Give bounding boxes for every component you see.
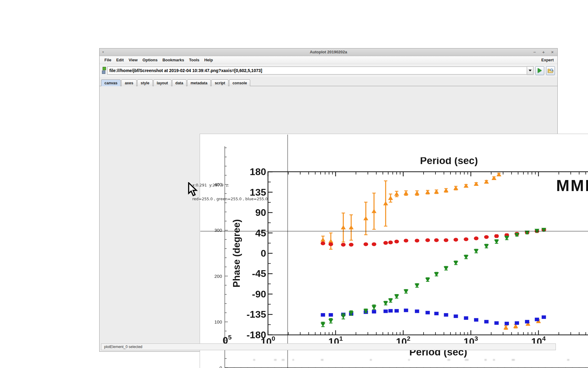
- tooltip-line1: x:0.291 y:297.9 z:: [192, 183, 268, 187]
- tab-metadata[interactable]: metadata: [187, 79, 211, 86]
- svg-text:-135: -135: [247, 309, 266, 320]
- menu-item-options[interactable]: Options: [140, 57, 160, 63]
- tooltip-line2: red=255.0 , green=255.0 , blue=255.0: [192, 197, 268, 201]
- tab-console[interactable]: console: [229, 79, 250, 86]
- tab-axes[interactable]: axes: [121, 79, 137, 86]
- tab-canvas[interactable]: canvas: [101, 79, 121, 86]
- autoplot-window: ▾ Autoplot 20190202a − + × FileEditViewO…: [99, 48, 558, 352]
- svg-text:200: 200: [214, 274, 222, 279]
- play-icon: [538, 68, 542, 73]
- desktop: ▾ Autoplot 20190202a − + × FileEditViewO…: [0, 0, 588, 368]
- menu-item-bookmarks[interactable]: Bookmarks: [160, 57, 187, 63]
- folder-search-icon: [548, 68, 554, 73]
- menu-item-help[interactable]: Help: [202, 57, 215, 63]
- menu-item-view[interactable]: View: [126, 57, 140, 63]
- window-title: Autoplot 20190202a: [100, 48, 557, 56]
- maximize-button[interactable]: +: [542, 49, 545, 55]
- url-input[interactable]: [107, 67, 527, 75]
- browse-button[interactable]: [546, 66, 555, 75]
- expert-label: Expert: [541, 58, 555, 62]
- svg-text:MMB: MMB: [556, 177, 588, 194]
- svg-text:0: 0: [261, 248, 266, 259]
- svg-text:300: 300: [214, 228, 222, 233]
- tab-strip: canvasaxesstylelayoutdatametadatascriptc…: [100, 77, 557, 86]
- svg-text:0: 0: [220, 365, 222, 368]
- svg-text:45: 45: [255, 228, 266, 239]
- svg-text:Phase (degree): Phase (degree): [231, 219, 242, 287]
- plot-canvas[interactable]: 18013590450-45-90-135-180100101102103104…: [200, 134, 588, 368]
- go-button[interactable]: [535, 66, 544, 75]
- tab-layout[interactable]: layout: [153, 79, 172, 86]
- menu-item-tools[interactable]: Tools: [187, 57, 202, 63]
- mouse-cursor: [188, 182, 201, 198]
- tab-style[interactable]: style: [137, 79, 153, 86]
- tab-script[interactable]: script: [211, 79, 228, 86]
- crosshair-tooltip: x:0.291 y:297.9 z: red=255.0 , green=255…: [192, 174, 268, 210]
- status-text: plotElement_0 selected: [104, 345, 142, 349]
- address-bar: [100, 64, 557, 77]
- svg-text:-45: -45: [252, 268, 266, 279]
- close-button[interactable]: ×: [551, 49, 554, 55]
- menu-item-edit[interactable]: Edit: [114, 57, 126, 63]
- url-dropdown-button[interactable]: [527, 66, 533, 75]
- status-bar: plotElement_0 selected: [101, 343, 556, 350]
- chevron-down-icon: [529, 70, 532, 71]
- menu-bar: FileEditViewOptionsBookmarksToolsHelp Ex…: [100, 56, 557, 64]
- menu-items: FileEditViewOptionsBookmarksToolsHelp: [102, 57, 215, 63]
- svg-text:-90: -90: [252, 289, 266, 300]
- tab-data[interactable]: data: [172, 79, 187, 86]
- datasource-type-icon: [102, 67, 106, 75]
- svg-text:100: 100: [214, 319, 222, 324]
- title-bar[interactable]: ▾ Autoplot 20190202a − + ×: [100, 48, 557, 56]
- menu-item-file[interactable]: File: [102, 57, 114, 63]
- minimize-button[interactable]: −: [533, 49, 536, 55]
- window-controls: − + ×: [528, 48, 554, 56]
